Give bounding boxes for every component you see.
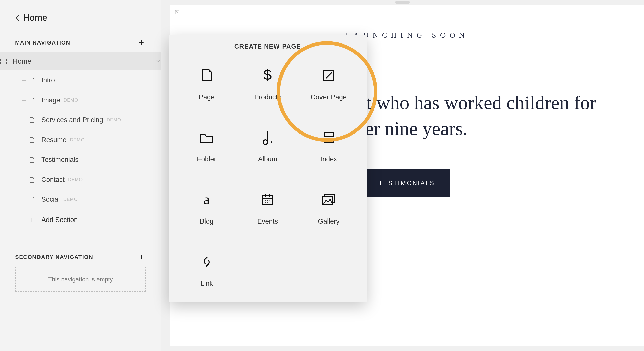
index-icon bbox=[322, 126, 336, 149]
popup-item-label: Blog bbox=[200, 217, 213, 225]
calendar-icon bbox=[261, 188, 274, 211]
secondary-nav-header: SECONDARY NAVIGATION + bbox=[15, 248, 146, 267]
page-icon bbox=[28, 77, 36, 84]
gallery-icon bbox=[321, 188, 337, 211]
empty-nav-dropzone[interactable]: This navigation is empty bbox=[15, 267, 146, 292]
chevron-left-icon bbox=[15, 15, 21, 21]
chevron-down-icon bbox=[155, 58, 161, 65]
nav-subitem-label: Social bbox=[41, 196, 60, 203]
svg-point-7 bbox=[271, 141, 272, 143]
svg-point-17 bbox=[269, 200, 270, 201]
nav-subitem-social[interactable]: Social DEMO bbox=[9, 190, 161, 209]
nav-item-home[interactable]: Home bbox=[0, 52, 176, 70]
svg-rect-9 bbox=[324, 139, 334, 142]
nav-subitem-label: Image bbox=[41, 96, 60, 104]
link-icon bbox=[199, 250, 214, 273]
popup-item-gallery[interactable]: Gallery bbox=[298, 184, 359, 230]
pages-sidebar: Home MAIN NAVIGATION + Home bbox=[0, 0, 161, 351]
drag-handle-icon[interactable] bbox=[395, 1, 410, 4]
nav-subitem-label: Contact bbox=[41, 176, 65, 184]
add-page-button[interactable]: + bbox=[137, 38, 146, 47]
svg-line-4 bbox=[326, 72, 332, 78]
index-page-icon bbox=[0, 57, 8, 66]
svg-text:$: $ bbox=[263, 67, 272, 83]
nav-subitems: Intro Image DEMO Services and Pricing DE… bbox=[9, 70, 161, 230]
page-icon bbox=[28, 116, 36, 124]
nav-subitem-services[interactable]: Services and Pricing DEMO bbox=[9, 110, 161, 130]
nav-subitem-label: Testimonials bbox=[41, 156, 79, 164]
main-nav-title: MAIN NAVIGATION bbox=[15, 39, 70, 46]
nav-subitem-testimonials[interactable]: Testimonials bbox=[9, 150, 161, 170]
svg-point-19 bbox=[267, 202, 268, 203]
svg-rect-1 bbox=[1, 62, 7, 64]
popup-item-cover-page[interactable]: Cover Page bbox=[298, 60, 359, 106]
music-note-icon bbox=[261, 126, 274, 149]
popup-item-page[interactable]: Page bbox=[176, 60, 237, 106]
cover-page-icon bbox=[321, 64, 336, 87]
nav-subitem-contact[interactable]: Contact DEMO bbox=[9, 170, 161, 190]
svg-point-16 bbox=[267, 200, 268, 201]
main-nav-section: MAIN NAVIGATION + bbox=[0, 33, 161, 52]
nav-subitem-resume[interactable]: Resume DEMO bbox=[9, 130, 161, 150]
page-icon bbox=[28, 97, 36, 104]
popup-item-label: Index bbox=[320, 155, 337, 163]
blog-icon: a bbox=[200, 188, 213, 211]
demo-badge: DEMO bbox=[70, 137, 85, 143]
add-section-label: Add Section bbox=[41, 216, 78, 224]
main-nav-header: MAIN NAVIGATION + bbox=[15, 33, 146, 52]
page-icon bbox=[199, 64, 214, 87]
demo-badge: DEMO bbox=[63, 197, 78, 202]
popup-item-label: Folder bbox=[197, 155, 216, 163]
svg-text:a: a bbox=[204, 192, 210, 207]
popup-item-label: Gallery bbox=[318, 217, 340, 225]
popup-item-label: Page bbox=[199, 93, 215, 101]
demo-badge: DEMO bbox=[68, 177, 83, 182]
nav-subitem-label: Resume bbox=[41, 136, 67, 144]
demo-badge: DEMO bbox=[64, 98, 78, 103]
svg-point-15 bbox=[265, 200, 266, 201]
nav-subitem-label: Intro bbox=[41, 76, 55, 84]
popup-item-label: Cover Page bbox=[311, 93, 347, 101]
popup-item-album[interactable]: Album bbox=[237, 122, 298, 168]
demo-badge: DEMO bbox=[107, 117, 121, 123]
empty-nav-message: This navigation is empty bbox=[48, 276, 113, 283]
popup-item-label: Products bbox=[254, 93, 281, 101]
nav-subitem-image[interactable]: Image DEMO bbox=[9, 90, 161, 110]
preview-cta-button[interactable]: TESTIMONIALS bbox=[364, 169, 450, 197]
popup-title: CREATE NEW PAGE bbox=[176, 43, 359, 50]
dollar-icon: $ bbox=[261, 64, 274, 87]
folder-icon bbox=[199, 126, 214, 149]
popup-item-events[interactable]: Events bbox=[237, 184, 298, 230]
back-button[interactable]: Home bbox=[0, 13, 161, 33]
page-icon bbox=[28, 156, 36, 164]
svg-point-18 bbox=[265, 202, 266, 203]
add-section-button[interactable]: + Add Section bbox=[9, 209, 161, 230]
nav-subitem-label: Services and Pricing bbox=[41, 116, 103, 124]
popup-item-blog[interactable]: a Blog bbox=[176, 184, 237, 230]
svg-rect-8 bbox=[324, 133, 334, 136]
back-label: Home bbox=[23, 13, 47, 23]
popup-item-label: Events bbox=[257, 217, 278, 225]
nav-subitem-intro[interactable]: Intro bbox=[9, 70, 161, 90]
popup-grid: Page $ Products Cover Page Folder bbox=[176, 60, 359, 292]
create-page-popup: CREATE NEW PAGE Page $ Products Cover Pa… bbox=[169, 35, 367, 302]
popup-item-index[interactable]: Index bbox=[298, 122, 359, 168]
svg-point-5 bbox=[263, 140, 268, 144]
page-icon bbox=[28, 176, 36, 184]
popup-item-label: Album bbox=[258, 155, 277, 163]
svg-rect-0 bbox=[1, 59, 7, 61]
popup-item-link[interactable]: Link bbox=[176, 246, 237, 292]
secondary-nav-title: SECONDARY NAVIGATION bbox=[15, 254, 93, 260]
expand-icon[interactable] bbox=[174, 9, 181, 17]
popup-item-folder[interactable]: Folder bbox=[176, 122, 237, 168]
add-secondary-page-button[interactable]: + bbox=[137, 253, 146, 262]
secondary-nav-section: SECONDARY NAVIGATION + This navigation i… bbox=[0, 248, 161, 292]
page-icon bbox=[28, 136, 36, 144]
popup-item-products[interactable]: $ Products bbox=[237, 60, 298, 106]
nav-item-label: Home bbox=[13, 57, 31, 65]
popup-item-label: Link bbox=[200, 280, 213, 287]
plus-icon: + bbox=[28, 215, 36, 224]
page-icon bbox=[28, 196, 36, 203]
app-root: Home MAIN NAVIGATION + Home bbox=[0, 0, 644, 351]
